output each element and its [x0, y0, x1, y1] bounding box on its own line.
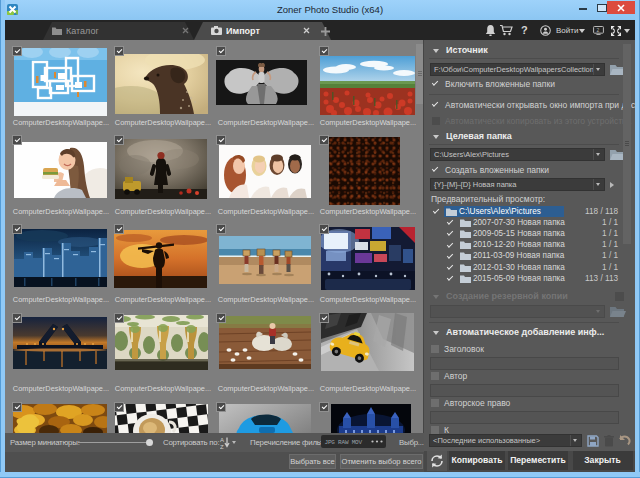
- svg-text:2: 2: [596, 27, 599, 33]
- svg-text:A: A: [220, 436, 224, 442]
- svg-text:Z: Z: [220, 443, 224, 449]
